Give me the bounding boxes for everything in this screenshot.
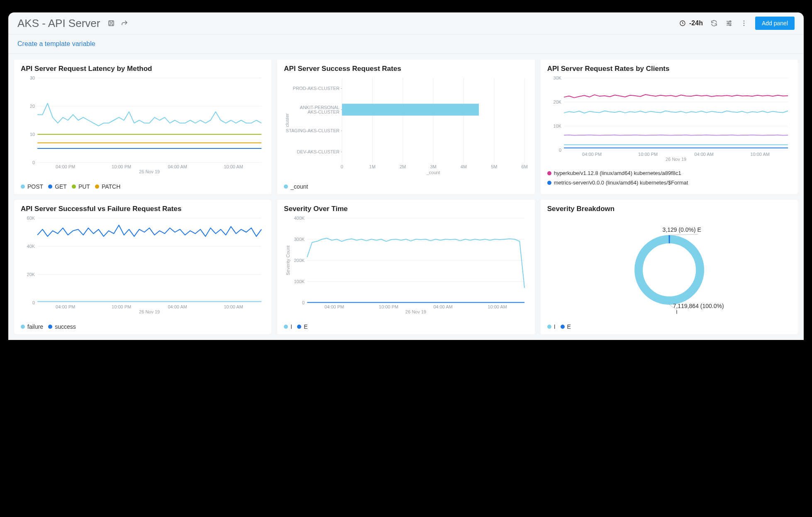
svg-line-91	[669, 234, 698, 235]
svg-text:60K: 60K	[27, 216, 35, 221]
svg-text:0: 0	[559, 148, 561, 153]
svg-text:40K: 40K	[27, 244, 35, 249]
legend-severity-breakdown: IE	[547, 323, 791, 330]
legend-latency: POSTGETPUTPATCH	[21, 183, 265, 190]
panel-title: API Server Success Request Rates	[284, 65, 528, 73]
settings-icon[interactable]	[725, 19, 733, 27]
legend-label: _count	[290, 183, 308, 190]
svg-point-6	[744, 23, 744, 24]
svg-point-7	[744, 25, 744, 26]
svg-text:400K: 400K	[294, 216, 305, 221]
chart-rates-clients: 010K20K30K04:00 PM10:00 PM04:00 AM10:00 …	[547, 75, 791, 167]
add-panel-button[interactable]: Add panel	[755, 17, 795, 30]
svg-text:AKS-CLUSTER: AKS-CLUSTER	[307, 109, 339, 114]
svg-text:100K: 100K	[294, 279, 305, 284]
legend-label: failure	[27, 323, 43, 330]
chart-latency: 010203004:00 PM10:00 PM04:00 AM10:00 AM2…	[21, 75, 265, 179]
svg-text:26 Nov 19: 26 Nov 19	[139, 309, 160, 314]
legend-item[interactable]: I	[284, 323, 292, 330]
svg-text:04:00 AM: 04:00 AM	[434, 304, 453, 309]
legend-item[interactable]: GET	[48, 183, 67, 190]
legend-item[interactable]: I	[547, 323, 556, 330]
svg-point-2	[729, 21, 731, 22]
svg-rect-0	[109, 21, 114, 26]
svg-text:I: I	[676, 309, 678, 315]
legend-item[interactable]: PUT	[72, 183, 90, 190]
legend-item[interactable]: failure	[21, 323, 43, 330]
panel-severity-time[interactable]: Severity Over Time 0100K200K300K400K04:0…	[277, 200, 534, 334]
svg-text:PROD-AKS-CLUSTER: PROD-AKS-CLUSTER	[293, 86, 340, 91]
legend-swatch	[284, 325, 288, 329]
svg-text:200K: 200K	[294, 258, 305, 263]
panel-success-failure[interactable]: API Server Successful vs Failure Request…	[14, 200, 271, 334]
chart-success-failure: 020K40K60K04:00 PM10:00 PM04:00 AM10:00 …	[21, 216, 265, 319]
svg-text:3M: 3M	[430, 164, 436, 169]
legend-swatch	[284, 184, 288, 189]
refresh-icon[interactable]	[710, 19, 718, 27]
create-template-variable-link[interactable]: Create a template variable	[17, 40, 95, 47]
svg-text:04:00 PM: 04:00 PM	[582, 152, 602, 157]
panel-success-rates[interactable]: API Server Success Request Rates 01M2M3M…	[277, 60, 534, 194]
legend-item[interactable]: _count	[284, 183, 308, 190]
legend-swatch	[72, 184, 76, 189]
legend-item[interactable]: PATCH	[95, 183, 120, 190]
legend-label: success	[55, 323, 76, 330]
legend-item[interactable]: success	[48, 323, 76, 330]
svg-text:30K: 30K	[553, 75, 561, 80]
legend-swatch	[547, 181, 551, 185]
right-toolbar: -24h Add panel	[679, 17, 795, 30]
legend-label: metrics-server/v0.0.0 (linux/amd64) kube…	[554, 180, 688, 186]
svg-text:3,129 (0.0%) E: 3,129 (0.0%) E	[662, 226, 701, 233]
legend-item[interactable]: E	[297, 323, 307, 330]
svg-text:26 Nov 19: 26 Nov 19	[139, 169, 160, 174]
template-variable-row: Create a template variable	[8, 34, 804, 54]
svg-text:6M: 6M	[522, 164, 528, 169]
svg-text:20K: 20K	[553, 100, 561, 104]
chart-success-rates: 01M2M3M4M5M6M_countclusterPROD-AKS-CLUST…	[284, 75, 528, 179]
dashboard-title: AKS - API Server	[17, 17, 100, 30]
svg-text:26 Nov 19: 26 Nov 19	[405, 309, 426, 314]
svg-text:10: 10	[30, 132, 35, 137]
legend-swatch	[21, 325, 25, 329]
panel-severity-breakdown[interactable]: Severity Breakdown 3,129 (0.0%) E7,119,8…	[541, 200, 798, 334]
more-icon[interactable]	[740, 19, 748, 27]
svg-text:1M: 1M	[369, 164, 376, 169]
legend-item[interactable]: E	[561, 323, 571, 330]
legend-swatch	[547, 171, 551, 175]
svg-text:0: 0	[341, 164, 343, 169]
svg-text:04:00 AM: 04:00 AM	[168, 164, 187, 169]
share-icon[interactable]	[121, 19, 128, 27]
svg-text:300K: 300K	[294, 237, 305, 242]
legend-swatch	[547, 325, 551, 329]
chart-severity-breakdown: 3,129 (0.0%) E7,119,864 (100.0%)I	[547, 216, 791, 319]
panel-rates-clients[interactable]: API Server Request Rates by Clients 010K…	[541, 60, 798, 194]
svg-text:10:00 AM: 10:00 AM	[750, 152, 769, 157]
svg-text:10:00 PM: 10:00 PM	[379, 304, 398, 309]
legend-swatch	[48, 184, 52, 189]
svg-text:STAGING-AKS-CLUSTER: STAGING-AKS-CLUSTER	[286, 128, 339, 133]
svg-text:10:00 AM: 10:00 AM	[224, 304, 243, 309]
svg-point-89	[639, 239, 700, 301]
topbar: AKS - API Server -24h	[8, 12, 804, 34]
svg-text:10:00 AM: 10:00 AM	[488, 304, 507, 309]
legend-swatch	[297, 325, 301, 329]
legend-swatch	[48, 325, 52, 329]
svg-text:Severity Count: Severity Count	[285, 245, 290, 275]
dashboard-frame: AKS - API Server -24h	[8, 12, 804, 340]
svg-point-4	[729, 24, 731, 26]
legend-label: PATCH	[102, 183, 120, 190]
svg-text:0: 0	[32, 160, 35, 165]
svg-text:0: 0	[302, 300, 305, 305]
panel-latency[interactable]: API Server Request Latency by Method 010…	[14, 60, 271, 194]
svg-text:10:00 PM: 10:00 PM	[112, 164, 131, 169]
panel-title: API Server Successful vs Failure Request…	[21, 205, 265, 213]
svg-point-5	[744, 21, 744, 22]
legend-item[interactable]: metrics-server/v0.0.0 (linux/amd64) kube…	[547, 180, 791, 186]
legend-item[interactable]: POST	[21, 183, 43, 190]
svg-text:20K: 20K	[27, 272, 35, 277]
save-icon[interactable]	[107, 19, 115, 27]
time-range-picker[interactable]: -24h	[679, 19, 703, 27]
panel-title: API Server Request Rates by Clients	[547, 65, 791, 73]
svg-text:10:00 AM: 10:00 AM	[224, 164, 243, 169]
legend-item[interactable]: hyperkube/v1.12.8 (linux/amd64) kubernet…	[547, 170, 791, 176]
